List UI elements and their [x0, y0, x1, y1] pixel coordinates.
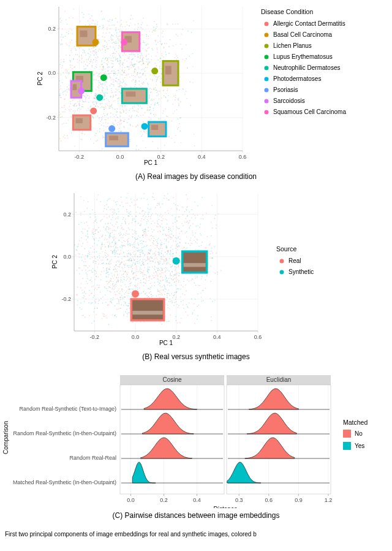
svg-point-3165 — [118, 218, 119, 219]
svg-point-2160 — [140, 240, 141, 241]
svg-point-1860 — [89, 252, 90, 253]
svg-point-2332 — [144, 274, 145, 275]
svg-point-551 — [118, 29, 119, 31]
svg-point-1447 — [57, 58, 58, 59]
svg-point-3255 — [147, 259, 148, 260]
svg-point-3259 — [125, 222, 126, 224]
svg-point-851 — [104, 95, 105, 96]
svg-point-2727 — [160, 226, 161, 227]
svg-point-2640 — [116, 303, 118, 304]
svg-point-321 — [103, 113, 104, 115]
svg-point-2277 — [218, 213, 219, 215]
svg-point-2586 — [176, 252, 177, 253]
svg-point-600 — [70, 116, 72, 117]
svg-point-2991 — [108, 255, 109, 256]
svg-point-187 — [123, 82, 124, 83]
svg-point-1246 — [121, 123, 122, 124]
svg-point-749 — [140, 77, 141, 78]
svg-point-3385 — [140, 282, 141, 283]
svg-point-3268 — [113, 246, 114, 248]
svg-point-130 — [75, 103, 77, 104]
svg-point-3307 — [89, 290, 90, 291]
svg-point-2803 — [121, 258, 123, 259]
svg-point-1652 — [163, 289, 164, 290]
svg-point-955 — [144, 131, 145, 132]
svg-point-562 — [34, 71, 35, 72]
svg-point-2996 — [160, 273, 162, 275]
svg-point-2167 — [123, 240, 124, 241]
svg-point-1112 — [141, 69, 142, 70]
svg-point-1826 — [94, 295, 95, 297]
svg-point-1335 — [161, 68, 162, 69]
svg-point-2485 — [119, 288, 120, 289]
svg-point-3148 — [189, 228, 190, 229]
svg-point-428 — [168, 46, 170, 47]
svg-point-973 — [109, 76, 110, 77]
svg-point-1377 — [69, 55, 70, 56]
svg-point-39 — [109, 67, 110, 68]
svg-point-287 — [104, 96, 105, 97]
svg-point-552 — [179, 76, 181, 77]
svg-point-471 — [113, 97, 114, 98]
svg-point-2883 — [145, 254, 146, 255]
svg-point-495 — [119, 91, 120, 93]
svg-point-2798 — [112, 211, 113, 213]
svg-point-709 — [39, 32, 40, 33]
svg-point-2423 — [81, 222, 82, 223]
svg-point-875 — [104, 73, 105, 74]
svg-point-1814 — [135, 233, 137, 234]
svg-point-2258 — [123, 298, 124, 300]
svg-point-3095 — [69, 281, 70, 282]
svg-point-2625 — [184, 211, 186, 213]
svg-point-2209 — [99, 285, 100, 286]
svg-point-425 — [134, 105, 135, 106]
svg-point-1299 — [157, 148, 159, 149]
svg-point-2139 — [175, 237, 176, 238]
svg-point-2666 — [113, 289, 115, 290]
svg-point-939 — [168, 95, 169, 96]
svg-point-3089 — [105, 250, 106, 251]
svg-point-2322 — [146, 292, 148, 294]
svg-point-143 — [133, 75, 134, 76]
svg-point-1885 — [140, 273, 141, 274]
svg-point-898 — [69, 109, 70, 110]
svg-point-2050 — [150, 251, 151, 253]
svg-point-1116 — [167, 90, 168, 91]
svg-point-1794 — [123, 314, 124, 315]
svg-point-2581 — [126, 209, 127, 210]
svg-point-1596 — [104, 62, 105, 63]
svg-point-2597 — [109, 237, 110, 238]
svg-point-567 — [149, 63, 150, 64]
svg-point-3028 — [91, 270, 92, 272]
svg-point-640 — [141, 34, 143, 36]
svg-point-461 — [98, 88, 99, 89]
svg-point-654 — [80, 21, 81, 22]
svg-point-1839 — [109, 269, 110, 270]
svg-point-2987 — [129, 267, 130, 268]
svg-point-2420 — [115, 224, 116, 225]
svg-point-1590 — [92, 63, 93, 64]
svg-point-3262 — [99, 253, 100, 254]
svg-point-2239 — [157, 276, 159, 277]
svg-point-3022 — [128, 305, 129, 306]
svg-point-2101 — [146, 235, 148, 236]
svg-point-1928 — [155, 207, 156, 208]
svg-point-2118 — [96, 314, 97, 315]
svg-point-1398 — [141, 135, 142, 137]
svg-point-2956 — [170, 238, 172, 240]
svg-point-3350 — [136, 275, 137, 276]
svg-point-98 — [142, 134, 143, 135]
svg-point-1316 — [87, 53, 88, 54]
svg-rect-1638 — [74, 193, 258, 331]
svg-point-2723 — [148, 204, 149, 205]
svg-point-2655 — [127, 267, 129, 268]
svg-point-2395 — [195, 276, 196, 277]
svg-point-996 — [137, 74, 138, 75]
svg-point-2922 — [161, 242, 162, 243]
svg-point-3152 — [113, 238, 114, 239]
svg-point-2779 — [156, 273, 157, 274]
svg-point-1481 — [151, 100, 152, 101]
svg-point-2648 — [139, 225, 140, 226]
svg-point-1736 — [197, 294, 198, 295]
svg-point-3241 — [145, 231, 146, 232]
